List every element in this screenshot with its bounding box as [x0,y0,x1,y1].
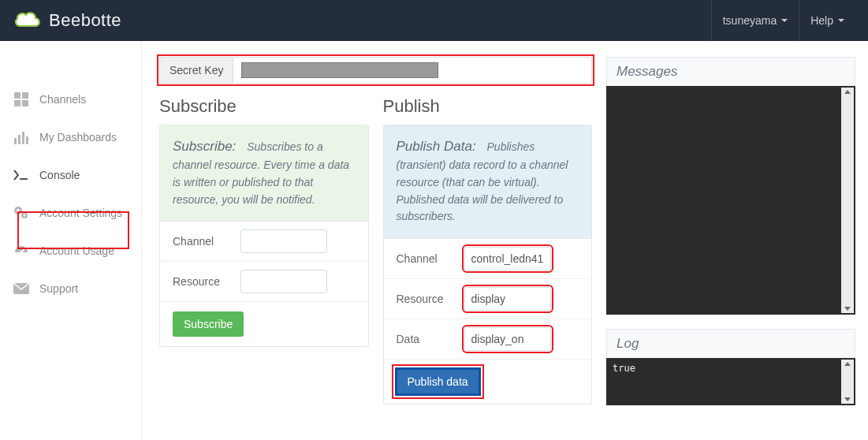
subscribe-channel-label: Channel [173,235,229,248]
sidebar-item-account-settings[interactable]: Account Settings [0,194,141,232]
svg-rect-5 [18,135,20,144]
subscribe-resource-label: Resource [173,275,229,288]
secret-key-label: Secret Key [160,58,233,83]
scroll-down-icon [844,307,851,311]
sidebar-item-account-usage[interactable]: Account Usage [0,232,141,270]
subscribe-title: Subscribe [159,96,369,117]
sidebar-item-label: Account Settings [39,206,122,220]
sidebar-item-label: Account Usage [39,244,114,258]
publish-button[interactable]: Publish data [397,369,479,394]
scroll-up-icon [844,362,851,366]
subscribe-button[interactable]: Subscribe [173,311,244,337]
log-title: Log [606,329,855,358]
secret-key-mask [241,62,438,78]
subscribe-resource-input[interactable] [240,270,327,293]
help-label: Help [810,14,833,27]
subscribe-description: Subscribe: Subscribes to a channel resou… [160,125,368,222]
right-column: Messages Log true [606,41,868,440]
messages-body[interactable] [606,86,855,315]
svg-point-12 [24,214,26,217]
caret-down-icon [838,19,844,22]
help-menu[interactable]: Help [799,0,855,41]
publish-resource-input[interactable] [464,287,551,311]
sidebar-item-support[interactable]: Support [0,270,141,308]
scrollbar[interactable] [841,88,854,313]
publish-resource-label: Resource [397,293,453,305]
log-line: true [613,363,635,374]
publish-description: Publish Data: Publishes (transient) data… [384,125,592,239]
topbar: Beebotte tsuneyama Help [0,0,868,41]
svg-rect-6 [22,132,24,144]
sidebar-item-label: My Dashboards [39,130,117,144]
svg-rect-0 [14,92,20,99]
subscribe-panel: Subscribe: Subscribes to a channel resou… [159,125,369,347]
sidebar-item-label: Channels [39,92,86,106]
brand-text: Beebotte [49,10,121,31]
main-content: Secret Key Subscribe Subscribe: Subscrib… [142,41,606,440]
envelope-icon [13,283,30,294]
svg-point-10 [17,209,20,212]
svg-rect-3 [22,100,28,106]
bars-icon [13,130,30,144]
caret-down-icon [781,19,788,22]
grid-icon [13,92,30,106]
publish-channel-input[interactable] [464,247,551,270]
svg-rect-2 [14,100,20,106]
user-name: tsuneyama [723,14,777,27]
messages-box: Messages [606,57,855,315]
publish-channel-label: Channel [397,252,453,265]
cloud-logo-icon [13,10,43,31]
svg-rect-1 [22,92,28,99]
svg-rect-7 [26,136,28,144]
sidebar-item-label: Support [39,282,78,296]
publish-data-input[interactable] [464,327,551,351]
terminal-icon [13,170,30,181]
sidebar: Channels My Dashboards Console Account S… [0,41,142,440]
brand[interactable]: Beebotte [13,10,121,31]
svg-rect-4 [14,138,17,144]
secret-key-value[interactable] [233,58,591,83]
gears-icon [13,206,30,220]
sidebar-item-my-dashboards[interactable]: My Dashboards [0,118,141,156]
scroll-down-icon [844,397,851,401]
scrollbar[interactable] [841,360,854,404]
publish-data-label: Data [397,333,453,345]
user-menu[interactable]: tsuneyama [711,0,799,41]
subscribe-lead: Subscribe: [173,139,236,154]
scroll-up-icon [844,90,851,94]
publish-lead: Publish Data: [397,139,476,154]
messages-title: Messages [606,57,855,86]
sidebar-item-label: Console [39,168,80,182]
sidebar-item-channels[interactable]: Channels [0,80,141,118]
log-body[interactable]: true [606,358,855,405]
secret-key-row: Secret Key [159,57,592,84]
gauge-icon [13,244,30,257]
subscribe-channel-input[interactable] [240,229,327,253]
log-box: Log true [606,329,855,405]
publish-panel: Publish Data: Publishes (transient) data… [383,125,593,405]
publish-title: Publish [383,96,593,117]
sidebar-item-console[interactable]: Console [0,156,141,194]
